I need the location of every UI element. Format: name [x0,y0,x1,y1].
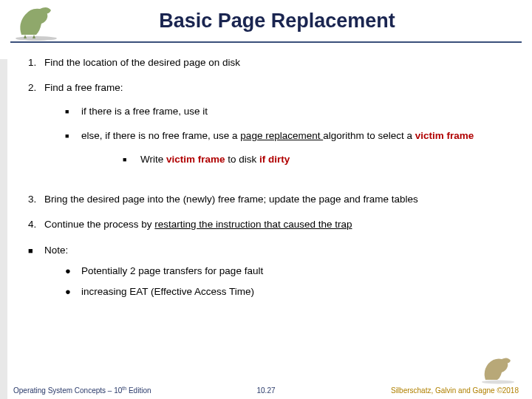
step-4: 4. Continue the process by restarting th… [28,218,510,231]
step-number: 1. [28,56,44,69]
footer-book-title: Operating System Concepts – 10th Edition [13,386,151,395]
svg-point-0 [16,36,57,41]
dinosaur-right-icon [478,355,519,384]
substep-text: Write victim frame to disk if dirty [140,153,510,166]
slide-title: Basic Page Replacement [10,10,522,33]
step-text: Continue the process by restarting the i… [44,218,510,231]
underlined-term: restarting the instruction that caused t… [154,219,352,230]
substep-2a: ■ if there is a free frame, use it [44,105,510,118]
footer-copyright: Silberschatz, Galvin and Gagne ©2018 [391,386,519,395]
underlined-term: page replacement [240,130,323,141]
step-text: Find a free frame: [44,82,123,93]
step-3: 3. Bring the desired page into the (newl… [28,193,510,206]
svg-point-1 [482,381,514,384]
step-2: 2. Find a free frame: ■ if there is a fr… [28,81,510,181]
slide-content: 1. Find the location of the desired page… [0,43,532,299]
highlighted-term: if dirty [259,154,290,165]
dinosaur-left-icon [10,1,62,41]
bullet-icon: ■ [65,105,81,118]
bullet-icon: ■ [65,129,81,171]
square-bullet-icon: ■ [28,244,44,299]
note-item-b: ● increasing EAT (Effective Access Time) [44,285,263,299]
note-text: increasing EAT (Effective Access Time) [81,285,254,299]
dot-bullet-icon: ● [65,265,81,278]
step-text: Bring the desired page into the (newly) … [44,193,510,206]
bullet-icon: ■ [123,153,140,166]
slide-footer: Operating System Concepts – 10th Edition… [13,386,519,395]
step-number: 4. [28,218,44,231]
footer-page-number: 10.27 [256,386,275,395]
step-text: Find the location of the desired page on… [44,56,510,69]
left-decorative-band [0,59,7,399]
slide-header: Basic Page Replacement [10,0,522,43]
highlighted-term: victim frame [415,130,474,141]
substep-2b: ■ else, if there is no free frame, use a… [44,129,510,171]
dot-bullet-icon: ● [65,285,81,299]
substep-text: else, if there is no free frame, use a p… [81,129,510,171]
note-label: Note: [44,245,68,256]
note-body: Note: ● Potentially 2 page transfers for… [44,244,263,299]
step-1: 1. Find the location of the desired page… [28,56,510,69]
note-text: Potentially 2 page transfers for page fa… [81,265,263,278]
substep-2b-i: ■ Write victim frame to disk if dirty [81,153,510,166]
note-block: ■ Note: ● Potentially 2 page transfers f… [28,244,510,299]
step-number: 3. [28,193,44,206]
substep-text: if there is a free frame, use it [81,105,510,118]
step-body: Find a free frame: ■ if there is a free … [44,81,510,181]
step-number: 2. [28,81,44,181]
note-item-a: ● Potentially 2 page transfers for page … [44,265,263,278]
highlighted-term: victim frame [166,154,228,165]
